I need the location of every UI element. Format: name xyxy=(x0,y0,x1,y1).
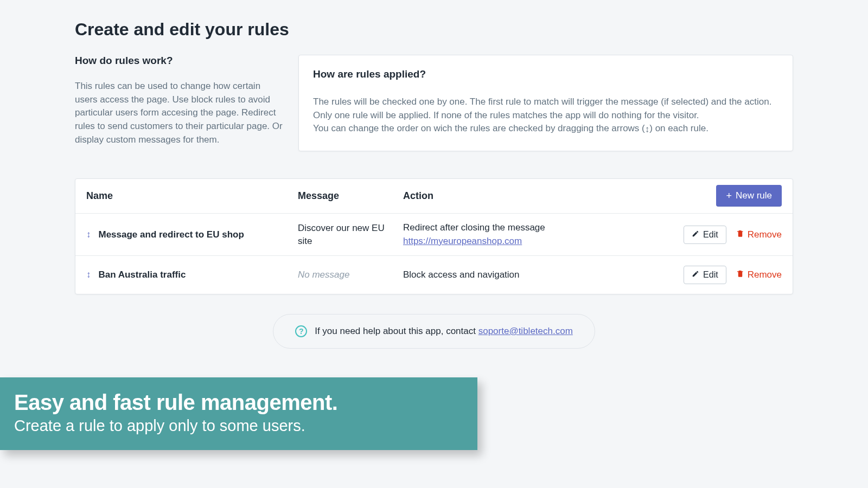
rule-message: Discover our new EU site xyxy=(298,222,403,248)
drag-handle-icon[interactable]: ↕ xyxy=(86,269,91,280)
remove-button[interactable]: Remove xyxy=(736,269,782,280)
rule-action: Block access and navigation xyxy=(403,268,603,282)
help-email-link[interactable]: soporte@tibletech.com xyxy=(478,326,573,336)
how-rules-applied-body-2-post: ) on each rule. xyxy=(649,123,709,133)
how-rules-work-body: This rules can be used to change how cer… xyxy=(75,80,285,146)
col-header-message: Message xyxy=(298,190,403,202)
table-header-row: Name Message Action + New rule xyxy=(75,179,793,214)
table-row: ↕ Ban Australia traffic No message Block… xyxy=(75,256,793,294)
promo-banner: Easy and fast rule management. Create a … xyxy=(0,377,477,450)
how-rules-applied-card: How are rules applied? The rules will be… xyxy=(298,55,793,151)
how-rules-work-heading: How do rules work? xyxy=(75,55,285,67)
plus-icon: + xyxy=(726,191,732,201)
promo-title: Easy and fast rule management. xyxy=(14,390,451,415)
help-icon: ? xyxy=(295,325,307,337)
how-rules-applied-body-1: The rules will be checked one by one. Th… xyxy=(313,97,771,120)
how-rules-applied-body-2-pre: You can change the order on wich the rul… xyxy=(313,123,645,133)
remove-label: Remove xyxy=(748,269,782,280)
help-pill: ? If you need help about this app, conta… xyxy=(273,314,595,349)
pencil-icon xyxy=(692,230,699,240)
rule-action-link[interactable]: https://myeuropeanshop.com xyxy=(403,236,522,246)
remove-button[interactable]: Remove xyxy=(736,229,782,240)
trash-icon xyxy=(736,269,744,280)
table-row: ↕ Message and redirect to EU shop Discov… xyxy=(75,214,793,256)
rule-action-text: Block access and navigation xyxy=(403,269,520,280)
info-row: How do rules work? This rules can be use… xyxy=(75,55,793,151)
how-rules-work-section: How do rules work? This rules can be use… xyxy=(75,55,285,151)
how-rules-applied-body: The rules will be checked one by one. Th… xyxy=(313,95,778,137)
promo-subtitle: Create a rule to apply only to some user… xyxy=(14,417,451,435)
rule-action-text: Redirect after closing the message xyxy=(403,222,545,233)
new-rule-label: New rule xyxy=(736,190,772,201)
edit-button[interactable]: Edit xyxy=(684,266,726,284)
col-header-action: Action xyxy=(403,190,603,202)
drag-handle-icon: ↕ xyxy=(645,123,650,137)
edit-label: Edit xyxy=(703,270,718,280)
edit-label: Edit xyxy=(703,230,718,240)
rule-name: Message and redirect to EU shop xyxy=(99,229,244,240)
pencil-icon xyxy=(692,270,699,280)
trash-icon xyxy=(736,229,744,240)
page-title: Create and edit your rules xyxy=(75,20,793,40)
rule-name: Ban Australia traffic xyxy=(99,269,186,280)
new-rule-button[interactable]: + New rule xyxy=(716,185,782,207)
help-text-content: If you need help about this app, contact xyxy=(315,326,478,336)
remove-label: Remove xyxy=(748,229,782,240)
rule-message: No message xyxy=(298,268,403,281)
how-rules-applied-heading: How are rules applied? xyxy=(313,68,778,80)
help-text: If you need help about this app, contact… xyxy=(315,326,573,337)
rules-table: Name Message Action + New rule ↕ Message… xyxy=(75,178,793,294)
rule-action: Redirect after closing the message https… xyxy=(403,221,603,248)
col-header-name: Name xyxy=(86,190,298,202)
drag-handle-icon[interactable]: ↕ xyxy=(86,229,91,240)
edit-button[interactable]: Edit xyxy=(684,226,726,244)
